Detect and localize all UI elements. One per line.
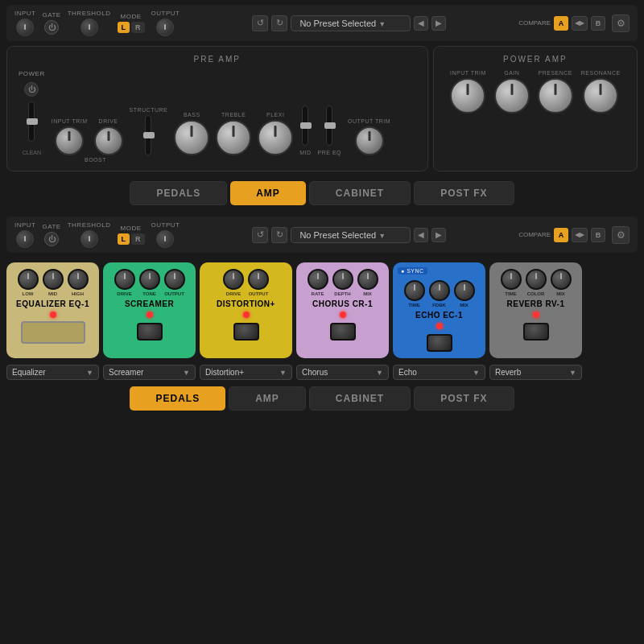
tab-post-fx-top[interactable]: POST FX: [414, 181, 514, 205]
eq-dropdown[interactable]: Equalizer ▼: [6, 365, 99, 380]
plexi-knob[interactable]: [258, 120, 293, 155]
dist-drive-knob[interactable]: [223, 269, 244, 290]
b-input-knob[interactable]: [16, 230, 34, 248]
screamer-dropdown[interactable]: Screamer ▼: [103, 365, 196, 380]
b-undo-button[interactable]: ↺: [252, 227, 268, 243]
eq-pad[interactable]: [21, 321, 85, 344]
preset-prev-button[interactable]: ◀: [414, 16, 428, 31]
tab-cabinet-bottom[interactable]: CABINET: [309, 386, 411, 411]
screamer-drive-knob[interactable]: [114, 269, 135, 290]
reverb-mix-label: MIX: [556, 291, 565, 296]
pre-amp-panel: PRE AMP POWER ⏻ CLEAN INPUT TRIM: [6, 46, 428, 171]
chorus-rate-knob[interactable]: [308, 269, 328, 290]
tab-post-fx-bottom[interactable]: POST FX: [414, 386, 514, 411]
echo-footswitch[interactable]: [427, 334, 452, 352]
output-trim-knob[interactable]: [355, 126, 384, 155]
mid-slider-track[interactable]: [302, 105, 308, 146]
treble-knob[interactable]: [216, 120, 251, 155]
mode-l-button[interactable]: L: [118, 22, 130, 33]
dist-dropdown[interactable]: Distortion+ ▼: [200, 365, 292, 380]
chorus-dropdown-arrow-icon: ▼: [376, 369, 383, 377]
bottom-section: INPUT GATE ⏻ THRESHOLD MODE L R: [0, 213, 644, 414]
screamer-output-knob[interactable]: [164, 269, 185, 290]
pa-presence-knob[interactable]: [538, 78, 573, 114]
output-trim-group: OUTPUT TRIM: [348, 118, 390, 155]
output-knob[interactable]: [156, 19, 174, 36]
pre-eq-slider-track[interactable]: [326, 105, 332, 146]
reverb-mix-knob[interactable]: [551, 269, 572, 290]
undo-button[interactable]: ↺: [252, 15, 268, 31]
reverb-color-knob[interactable]: [526, 269, 547, 290]
bass-knob[interactable]: [174, 120, 209, 155]
tab-cabinet-top[interactable]: CABINET: [309, 181, 411, 205]
input-trim-knob[interactable]: [55, 126, 84, 155]
tab-amp-bottom[interactable]: AMP: [229, 386, 306, 411]
chorus-mix-knob[interactable]: [357, 269, 378, 290]
mode-r-button[interactable]: R: [131, 22, 145, 33]
power-button[interactable]: ⏻: [24, 82, 39, 97]
drive-knob[interactable]: [94, 126, 123, 155]
pa-input-trim-knob[interactable]: [450, 78, 485, 114]
echo-time-knob[interactable]: [404, 280, 425, 301]
pa-resonance-knob[interactable]: [583, 78, 618, 114]
compare-arrows[interactable]: ◀▶: [572, 16, 588, 31]
preset-next-button[interactable]: ▶: [431, 16, 446, 31]
b-redo-button[interactable]: ↻: [271, 227, 287, 243]
b-preset-next-button[interactable]: ▶: [431, 228, 446, 242]
echo-fdbk-knob[interactable]: [429, 280, 450, 301]
eq-mid-knob[interactable]: [43, 269, 64, 290]
pre-amp-controls: POWER ⏻ CLEAN INPUT TRIM DRIVE: [19, 70, 416, 155]
tab-amp-top[interactable]: AMP: [230, 181, 306, 205]
b-compare-b-button[interactable]: B: [591, 228, 605, 242]
threshold-knob[interactable]: [80, 19, 98, 36]
dist-footswitch[interactable]: [233, 323, 259, 341]
clean-slider-track[interactable]: [28, 101, 35, 142]
dist-output-knob[interactable]: [248, 269, 269, 290]
compare-a-button[interactable]: A: [554, 16, 568, 31]
reverb-footswitch[interactable]: [523, 323, 549, 341]
redo-button[interactable]: ↻: [271, 15, 287, 31]
b-output-knob[interactable]: [156, 230, 174, 248]
b-mode-l-button[interactable]: L: [118, 233, 130, 245]
compare-b-button[interactable]: B: [591, 16, 605, 31]
preset-dropdown-bottom[interactable]: No Preset Selected ▼: [291, 227, 411, 243]
mid-slider-thumb[interactable]: [300, 122, 312, 129]
b-threshold-knob[interactable]: [80, 230, 98, 248]
pa-gain-knob[interactable]: [494, 78, 530, 114]
b-threshold-group: THRESHOLD: [68, 221, 111, 248]
screamer-tone-knob[interactable]: [139, 269, 160, 290]
screamer-pedal-name: SCREAMER: [125, 299, 174, 308]
structure-slider-thumb[interactable]: [143, 132, 155, 138]
chorus-depth-knob[interactable]: [332, 269, 353, 290]
chorus-footswitch[interactable]: [330, 323, 356, 341]
b-mode-r-button[interactable]: R: [131, 233, 145, 245]
chorus-dropdown[interactable]: Chorus ▼: [296, 365, 389, 380]
mode-group: MODE L R: [118, 13, 145, 33]
b-preset-prev-button[interactable]: ◀: [414, 228, 428, 242]
settings-button[interactable]: ⚙: [612, 14, 630, 32]
b-gate-power-btn[interactable]: ⏻: [44, 232, 59, 246]
b-settings-button[interactable]: ⚙: [612, 226, 630, 244]
b-compare-a-button[interactable]: A: [554, 228, 568, 242]
eq-knobs: LOW MID HIGH: [18, 269, 89, 296]
preset-dropdown-top[interactable]: No Preset Selected ▼: [291, 15, 411, 31]
tab-pedals-top[interactable]: PEDALS: [130, 181, 227, 205]
input-knob[interactable]: [16, 19, 34, 36]
mid-label: MID: [299, 150, 311, 155]
eq-low-knob[interactable]: [18, 269, 39, 290]
reverb-time-knob[interactable]: [501, 269, 522, 290]
pre-eq-slider-thumb[interactable]: [324, 122, 336, 129]
b-compare-arrows[interactable]: ◀▶: [572, 228, 588, 242]
structure-slider-track[interactable]: [145, 115, 151, 155]
tab-pedals-bottom[interactable]: PEDALS: [130, 386, 225, 411]
structure-label: STRUCTURE: [130, 107, 168, 113]
echo-mix-knob[interactable]: [454, 280, 475, 301]
reverb-dropdown[interactable]: Reverb ▼: [489, 365, 582, 380]
screamer-footswitch[interactable]: [137, 323, 163, 341]
structure-slider: STRUCTURE: [130, 107, 168, 155]
clean-slider-thumb[interactable]: [27, 118, 38, 125]
eq-high-knob[interactable]: [68, 269, 89, 290]
gate-power-btn[interactable]: ⏻: [44, 20, 59, 35]
power-amp-controls: INPUT TRIM GAIN PRESENCE RESONANCE: [445, 70, 625, 114]
echo-dropdown[interactable]: Echo ▼: [393, 365, 485, 380]
